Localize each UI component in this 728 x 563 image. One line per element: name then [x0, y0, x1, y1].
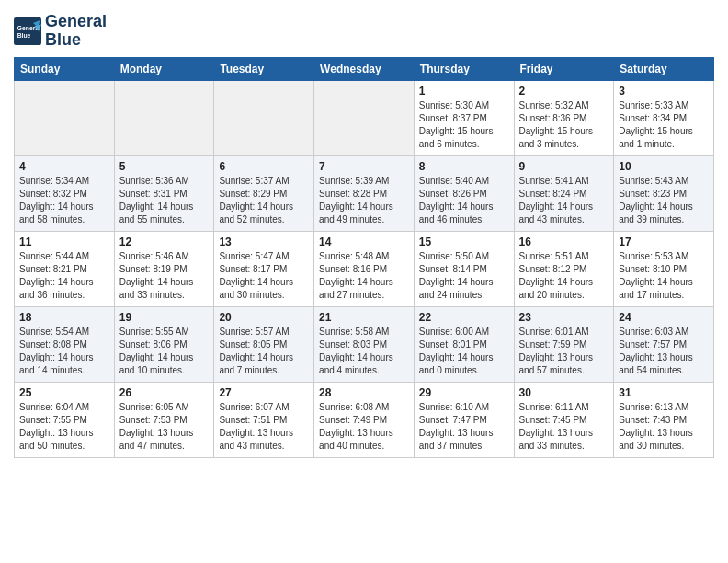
calendar-cell: 15Sunrise: 5:50 AM Sunset: 8:14 PM Dayli… — [414, 231, 514, 306]
day-detail: Sunrise: 6:10 AM Sunset: 7:47 PM Dayligh… — [419, 401, 509, 453]
logo: General Blue General Blue — [14, 13, 107, 50]
calendar-cell: 14Sunrise: 5:48 AM Sunset: 8:16 PM Dayli… — [314, 231, 415, 306]
calendar-cell: 29Sunrise: 6:10 AM Sunset: 7:47 PM Dayli… — [414, 382, 514, 457]
day-detail: Sunrise: 5:58 AM Sunset: 8:03 PM Dayligh… — [319, 326, 409, 377]
day-detail: Sunrise: 6:13 AM Sunset: 7:43 PM Dayligh… — [619, 401, 709, 453]
calendar-cell: 9Sunrise: 5:41 AM Sunset: 8:24 PM Daylig… — [514, 155, 614, 231]
day-number: 31 — [619, 386, 709, 399]
day-number: 25 — [19, 386, 109, 399]
day-detail: Sunrise: 5:30 AM Sunset: 8:37 PM Dayligh… — [419, 99, 509, 151]
day-detail: Sunrise: 6:07 AM Sunset: 7:51 PM Dayligh… — [219, 401, 309, 453]
day-detail: Sunrise: 6:01 AM Sunset: 7:59 PM Dayligh… — [519, 326, 609, 377]
day-detail: Sunrise: 5:39 AM Sunset: 8:28 PM Dayligh… — [319, 175, 409, 226]
day-number: 9 — [519, 160, 609, 173]
day-detail: Sunrise: 5:34 AM Sunset: 8:32 PM Dayligh… — [19, 175, 109, 226]
day-number: 13 — [219, 236, 309, 248]
calendar-cell: 30Sunrise: 6:11 AM Sunset: 7:45 PM Dayli… — [514, 382, 614, 457]
day-detail: Sunrise: 5:32 AM Sunset: 8:36 PM Dayligh… — [519, 99, 609, 151]
calendar-cell: 10Sunrise: 5:43 AM Sunset: 8:23 PM Dayli… — [614, 155, 714, 231]
day-number: 20 — [219, 311, 309, 324]
calendar-cell: 4Sunrise: 5:34 AM Sunset: 8:32 PM Daylig… — [15, 155, 115, 231]
day-detail: Sunrise: 5:46 AM Sunset: 8:19 PM Dayligh… — [119, 250, 210, 302]
day-header-sunday: Sunday — [15, 57, 115, 80]
logo-text: General Blue — [45, 13, 107, 50]
calendar-cell: 24Sunrise: 6:03 AM Sunset: 7:57 PM Dayli… — [614, 306, 714, 382]
calendar-cell: 12Sunrise: 5:46 AM Sunset: 8:19 PM Dayli… — [114, 231, 214, 306]
day-header-friday: Friday — [514, 57, 614, 80]
day-detail: Sunrise: 5:51 AM Sunset: 8:12 PM Dayligh… — [519, 250, 609, 302]
day-number: 28 — [319, 386, 409, 399]
day-detail: Sunrise: 5:47 AM Sunset: 8:17 PM Dayligh… — [219, 250, 309, 302]
calendar-cell: 16Sunrise: 5:51 AM Sunset: 8:12 PM Dayli… — [514, 231, 614, 306]
calendar-cell — [314, 80, 415, 155]
calendar-header-row: SundayMondayTuesdayWednesdayThursdayFrid… — [15, 57, 714, 80]
day-number: 21 — [319, 311, 409, 324]
calendar-cell: 22Sunrise: 6:00 AM Sunset: 8:01 PM Dayli… — [414, 306, 514, 382]
day-number: 2 — [519, 85, 609, 98]
day-number: 12 — [119, 236, 210, 248]
calendar-cell: 20Sunrise: 5:57 AM Sunset: 8:05 PM Dayli… — [214, 306, 314, 382]
day-detail: Sunrise: 6:05 AM Sunset: 7:53 PM Dayligh… — [119, 401, 210, 453]
day-number: 16 — [519, 236, 609, 248]
day-number: 7 — [319, 160, 409, 173]
day-number: 27 — [219, 386, 309, 399]
day-number: 3 — [619, 85, 709, 98]
calendar-cell: 27Sunrise: 6:07 AM Sunset: 7:51 PM Dayli… — [214, 382, 314, 457]
calendar-cell: 2Sunrise: 5:32 AM Sunset: 8:36 PM Daylig… — [514, 80, 614, 155]
day-number: 5 — [119, 160, 210, 173]
day-number: 24 — [619, 311, 709, 324]
day-detail: Sunrise: 5:33 AM Sunset: 8:34 PM Dayligh… — [619, 99, 709, 151]
day-number: 18 — [19, 311, 109, 324]
day-detail: Sunrise: 5:57 AM Sunset: 8:05 PM Dayligh… — [219, 326, 309, 377]
calendar-cell: 23Sunrise: 6:01 AM Sunset: 7:59 PM Dayli… — [514, 306, 614, 382]
calendar-cell: 7Sunrise: 5:39 AM Sunset: 8:28 PM Daylig… — [314, 155, 415, 231]
calendar-cell — [214, 80, 314, 155]
day-detail: Sunrise: 5:36 AM Sunset: 8:31 PM Dayligh… — [119, 175, 210, 226]
calendar-cell — [114, 80, 214, 155]
calendar-cell: 13Sunrise: 5:47 AM Sunset: 8:17 PM Dayli… — [214, 231, 314, 306]
day-detail: Sunrise: 6:11 AM Sunset: 7:45 PM Dayligh… — [519, 401, 609, 453]
calendar-cell: 26Sunrise: 6:05 AM Sunset: 7:53 PM Dayli… — [114, 382, 214, 457]
day-detail: Sunrise: 5:54 AM Sunset: 8:08 PM Dayligh… — [19, 326, 109, 377]
calendar-cell: 25Sunrise: 6:04 AM Sunset: 7:55 PM Dayli… — [15, 382, 115, 457]
day-number: 1 — [419, 85, 509, 98]
calendar-cell: 28Sunrise: 6:08 AM Sunset: 7:49 PM Dayli… — [314, 382, 415, 457]
day-header-thursday: Thursday — [414, 57, 514, 80]
day-number: 11 — [19, 236, 109, 248]
day-header-tuesday: Tuesday — [214, 57, 314, 80]
calendar-cell: 21Sunrise: 5:58 AM Sunset: 8:03 PM Dayli… — [314, 306, 415, 382]
calendar-cell: 19Sunrise: 5:55 AM Sunset: 8:06 PM Dayli… — [114, 306, 214, 382]
day-header-monday: Monday — [114, 57, 214, 80]
calendar-week-3: 11Sunrise: 5:44 AM Sunset: 8:21 PM Dayli… — [15, 231, 714, 306]
calendar-cell: 5Sunrise: 5:36 AM Sunset: 8:31 PM Daylig… — [114, 155, 214, 231]
day-detail: Sunrise: 5:43 AM Sunset: 8:23 PM Dayligh… — [619, 175, 709, 226]
calendar-cell: 31Sunrise: 6:13 AM Sunset: 7:43 PM Dayli… — [614, 382, 714, 457]
calendar-table: SundayMondayTuesdayWednesdayThursdayFrid… — [14, 57, 714, 458]
calendar-cell: 11Sunrise: 5:44 AM Sunset: 8:21 PM Dayli… — [15, 231, 115, 306]
day-detail: Sunrise: 5:50 AM Sunset: 8:14 PM Dayligh… — [419, 250, 509, 302]
day-number: 29 — [419, 386, 509, 399]
day-number: 19 — [119, 311, 210, 324]
day-number: 6 — [219, 160, 309, 173]
day-number: 14 — [319, 236, 409, 248]
day-detail: Sunrise: 5:53 AM Sunset: 8:10 PM Dayligh… — [619, 250, 709, 302]
day-detail: Sunrise: 5:40 AM Sunset: 8:26 PM Dayligh… — [419, 175, 509, 226]
day-number: 8 — [419, 160, 509, 173]
day-header-saturday: Saturday — [614, 57, 714, 80]
page-header: General Blue General Blue — [14, 9, 714, 50]
day-detail: Sunrise: 6:00 AM Sunset: 8:01 PM Dayligh… — [419, 326, 509, 377]
day-detail: Sunrise: 6:08 AM Sunset: 7:49 PM Dayligh… — [319, 401, 409, 453]
day-number: 30 — [519, 386, 609, 399]
day-number: 23 — [519, 311, 609, 324]
day-detail: Sunrise: 6:04 AM Sunset: 7:55 PM Dayligh… — [19, 401, 109, 453]
day-detail: Sunrise: 5:44 AM Sunset: 8:21 PM Dayligh… — [19, 250, 109, 302]
day-number: 4 — [19, 160, 109, 173]
calendar-cell: 3Sunrise: 5:33 AM Sunset: 8:34 PM Daylig… — [614, 80, 714, 155]
day-detail: Sunrise: 5:55 AM Sunset: 8:06 PM Dayligh… — [119, 326, 210, 377]
calendar-week-2: 4Sunrise: 5:34 AM Sunset: 8:32 PM Daylig… — [15, 155, 714, 231]
day-number: 10 — [619, 160, 709, 173]
calendar-week-5: 25Sunrise: 6:04 AM Sunset: 7:55 PM Dayli… — [15, 382, 714, 457]
calendar-week-1: 1Sunrise: 5:30 AM Sunset: 8:37 PM Daylig… — [15, 80, 714, 155]
day-number: 22 — [419, 311, 509, 324]
calendar-cell: 18Sunrise: 5:54 AM Sunset: 8:08 PM Dayli… — [15, 306, 115, 382]
